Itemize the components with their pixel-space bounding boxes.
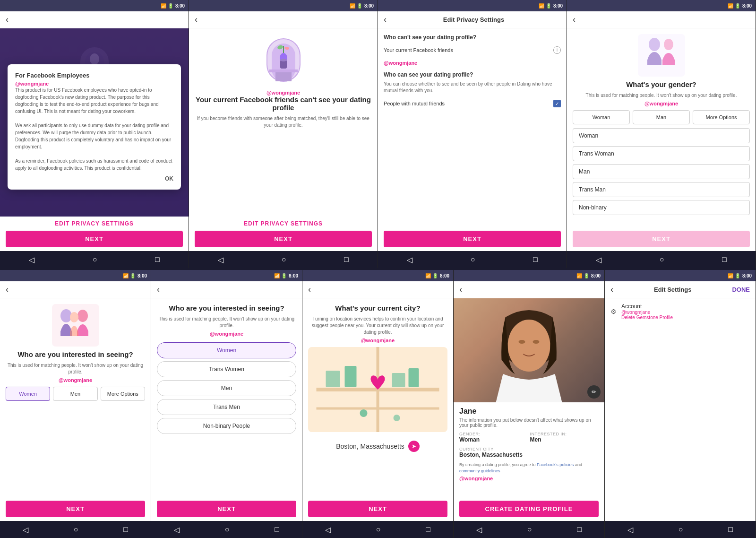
- gender-item-nonbinary[interactable]: Non-binary: [573, 200, 750, 215]
- time-9: 8:00: [742, 273, 752, 278]
- edit-privacy-link-1[interactable]: EDIT PRIVACY SETTINGS: [0, 217, 189, 231]
- nav-back-icon-6[interactable]: ◁: [174, 525, 180, 534]
- status-icons-7: 📶🔋: [425, 273, 438, 278]
- location-icon[interactable]: ➤: [408, 441, 420, 452]
- nav-title-9: Edit Settings: [613, 286, 732, 293]
- interested-option-women[interactable]: Women: [6, 387, 50, 401]
- nav-recents-icon-6[interactable]: □: [275, 525, 279, 534]
- nav-back-icon-4[interactable]: ◁: [596, 255, 601, 264]
- gender-option-woman[interactable]: Woman: [573, 110, 630, 124]
- back-btn-7[interactable]: ‹: [308, 285, 311, 295]
- screen7-username: @wongmjane: [361, 338, 395, 343]
- nav-back-icon-2[interactable]: ◁: [218, 255, 223, 264]
- nav-home-icon-9[interactable]: ○: [679, 525, 683, 534]
- status-icons-4: 📶🔋: [728, 3, 740, 9]
- interested-illustration: [52, 304, 99, 347]
- status-bar-1: 📶🔋 8:00: [0, 0, 189, 11]
- nav-home-icon-5[interactable]: ○: [74, 525, 78, 534]
- nav-back-icon-1[interactable]: ◁: [29, 255, 34, 264]
- interested-option-more[interactable]: More Options: [101, 387, 145, 401]
- bottom-nav-7: ◁ ○ □: [302, 521, 453, 538]
- gender-item-trans-woman[interactable]: Trans Woman: [573, 146, 750, 161]
- interested-item-women[interactable]: Women: [157, 342, 296, 358]
- nav-home-icon-3[interactable]: ○: [471, 255, 475, 264]
- nav-home-icon-8[interactable]: ○: [527, 525, 532, 534]
- back-btn-6[interactable]: ‹: [157, 285, 160, 295]
- svg-point-33: [519, 340, 525, 344]
- status-icons-6: 📶🔋: [274, 273, 287, 278]
- screen2-subtext: If you become friends with someone after…: [195, 115, 372, 129]
- next-btn-7[interactable]: NEXT: [308, 501, 447, 517]
- screen7-subtext: Turning on location services helps to co…: [308, 316, 447, 336]
- nav-back-icon-7[interactable]: ◁: [325, 525, 331, 534]
- gender-item-trans-man[interactable]: Trans Man: [573, 182, 750, 197]
- review-name: Jane: [459, 407, 599, 416]
- interested-option-men[interactable]: Men: [53, 387, 97, 401]
- bottom-nav-1: ◁ ○ □: [0, 251, 189, 268]
- nav-home-icon-1[interactable]: ○: [93, 255, 97, 264]
- modal-username: @wongmjane: [15, 81, 173, 87]
- nav-back-icon-5[interactable]: ◁: [23, 525, 28, 534]
- interested-item-trans-women[interactable]: Trans Women: [157, 361, 296, 377]
- screen2-content: @wongmjane Your current Facebook friends…: [189, 28, 378, 217]
- settings-account-info: Account @wongmjane Delete Gemstone Profi…: [621, 303, 673, 320]
- nav-back-icon-8[interactable]: ◁: [476, 525, 482, 534]
- interested-item-men[interactable]: Men: [157, 380, 296, 396]
- mutual-friends-row: People with mutual friends ✓: [384, 98, 561, 109]
- svg-rect-17: [638, 34, 685, 77]
- edit-privacy-link-2[interactable]: EDIT PRIVACY SETTINGS: [189, 217, 378, 231]
- next-btn-6[interactable]: NEXT: [157, 501, 296, 517]
- nav-home-icon-6[interactable]: ○: [225, 525, 230, 534]
- gender-option-more[interactable]: More Options: [693, 110, 750, 124]
- nav-recents-icon-4[interactable]: □: [722, 255, 727, 264]
- info-icon[interactable]: i: [553, 46, 561, 54]
- status-bar-8: 📶🔋 8:00: [454, 270, 604, 281]
- next-btn-1[interactable]: NEXT: [6, 231, 183, 247]
- nav-bar-3: ‹ Edit Privacy Settings: [378, 11, 567, 28]
- interested-item-trans-men[interactable]: Trans Men: [157, 399, 296, 415]
- settings-delete[interactable]: Delete Gemstone Profile: [621, 315, 673, 320]
- gender-item-man[interactable]: Man: [573, 164, 750, 179]
- nav-home-icon-7[interactable]: ○: [376, 525, 381, 534]
- next-btn-5[interactable]: NEXT: [6, 501, 145, 517]
- settings-account-item[interactable]: ⚙ Account @wongmjane Delete Gemstone Pro…: [605, 298, 756, 325]
- city-label: CURRENT CITY:: [459, 447, 599, 451]
- interested-item-nonbinary[interactable]: Non-binary People: [157, 418, 296, 434]
- create-profile-btn[interactable]: CREATE DATING PROFILE: [459, 501, 599, 517]
- nav-recents-icon-3[interactable]: □: [533, 255, 538, 264]
- nav-home-icon-4[interactable]: ○: [660, 255, 664, 264]
- nav-back-icon-9[interactable]: ◁: [627, 525, 633, 534]
- gender-option-man[interactable]: Man: [633, 110, 690, 124]
- arch-illustration: [262, 34, 305, 86]
- nav-recents-icon-2[interactable]: □: [344, 255, 349, 264]
- modal-body: This product is for US Facebook employee…: [15, 87, 173, 172]
- next-btn-3[interactable]: NEXT: [384, 231, 561, 247]
- back-btn-8[interactable]: ‹: [459, 285, 462, 295]
- privacy-friends-row: Your current Facebook friends i: [384, 43, 561, 57]
- svg-rect-7: [269, 69, 298, 72]
- nav-back-icon-3[interactable]: ◁: [407, 255, 412, 264]
- back-btn-2[interactable]: ‹: [195, 15, 198, 25]
- nav-recents-icon-8[interactable]: □: [577, 525, 582, 534]
- review-grid: GENDER: Woman INTERESTED IN: Men: [459, 432, 599, 443]
- back-btn-5[interactable]: ‹: [6, 285, 9, 295]
- nav-recents-icon-1[interactable]: □: [155, 255, 160, 264]
- edit-photo-btn[interactable]: ✏: [587, 385, 601, 399]
- next-btn-4[interactable]: NEXT: [573, 231, 750, 247]
- svg-point-32: [508, 320, 550, 372]
- screen5-username: @wongmjane: [59, 377, 92, 383]
- gender-item-woman[interactable]: Woman: [573, 128, 750, 143]
- back-btn-1[interactable]: ‹: [6, 15, 9, 25]
- back-btn-4[interactable]: ‹: [573, 15, 576, 25]
- nav-bar-5: ‹: [0, 281, 151, 298]
- mutual-friends-checkbox[interactable]: ✓: [553, 100, 561, 107]
- account-label: Account: [621, 303, 673, 310]
- nav-home-icon-2[interactable]: ○: [282, 255, 286, 264]
- done-btn-9[interactable]: DONE: [732, 286, 750, 293]
- nav-recents-icon-5[interactable]: □: [123, 525, 128, 534]
- modal-ok-btn[interactable]: OK: [15, 175, 173, 182]
- next-btn-2[interactable]: NEXT: [195, 231, 372, 247]
- nav-recents-icon-9[interactable]: □: [728, 525, 733, 534]
- interested-list: Women Trans Women Men Trans Men Non-bina…: [157, 342, 296, 437]
- nav-recents-icon-7[interactable]: □: [426, 525, 430, 534]
